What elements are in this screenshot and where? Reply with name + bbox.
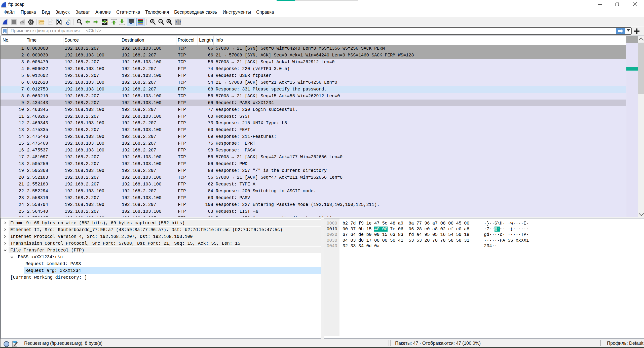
svg-text:0111: 0111 (49, 23, 52, 25)
